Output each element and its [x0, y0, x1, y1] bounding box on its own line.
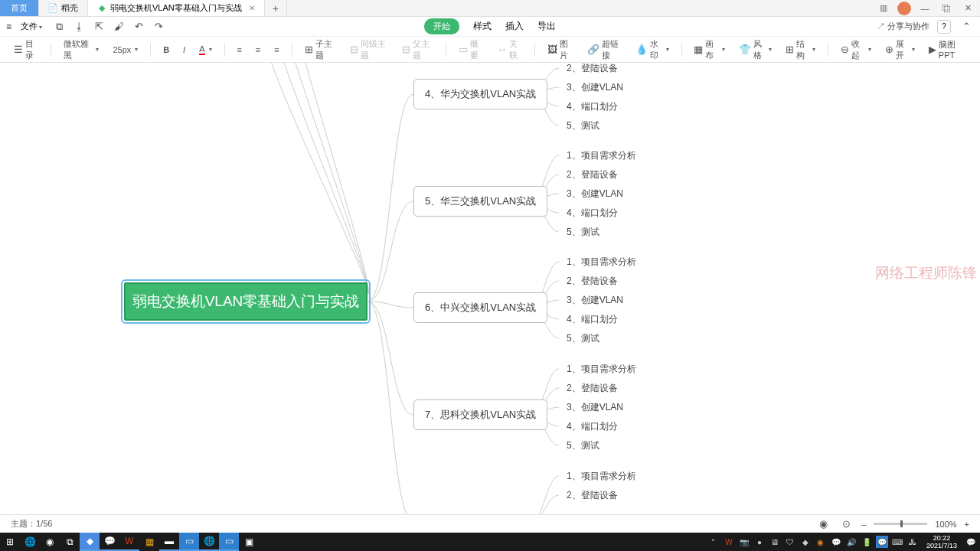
window-maximize-icon[interactable]: ⿻ — [939, 1, 954, 16]
subtopic-button[interactable]: ⊞子主题 — [302, 37, 339, 63]
taskbar-app4-icon[interactable]: ▭ — [219, 533, 239, 551]
bold-button[interactable]: B — [160, 44, 172, 56]
taskbar-chrome2-icon[interactable]: 🌐 — [199, 533, 219, 551]
collapse-button[interactable]: ⊖收起▾ — [838, 37, 874, 63]
tray-network-icon[interactable]: 🖧 — [906, 536, 919, 548]
leaf-node[interactable]: 2、登陆设备 — [567, 168, 618, 181]
leaf-node[interactable]: 3、创建VLAN — [567, 294, 623, 307]
font-color-button[interactable]: A▾ — [196, 43, 214, 57]
leaf-node[interactable]: 5、测试 — [567, 439, 599, 452]
leaf-node[interactable]: 2、登陆设备 — [567, 275, 618, 288]
leaf-node[interactable]: 5、测试 — [567, 226, 599, 239]
taskbar-app5-icon[interactable]: ▣ — [239, 533, 259, 551]
align-left-button[interactable]: ≡ — [234, 44, 244, 56]
copy-icon[interactable]: ⧉ — [51, 19, 67, 34]
leaf-node[interactable]: 3、创建VLAN — [567, 401, 623, 414]
taskbar-app2-icon[interactable]: ▦ — [139, 533, 159, 551]
tray-record-icon[interactable]: ● — [753, 536, 766, 548]
tray-notifications-icon[interactable]: 💬 — [965, 536, 977, 548]
tray-camera-icon[interactable]: 📷 — [738, 536, 750, 548]
collapse-ribbon-icon[interactable]: ⌃ — [959, 19, 974, 34]
leaf-node[interactable]: 4、端口划分 — [567, 420, 618, 433]
menu-export[interactable]: 导出 — [537, 20, 556, 33]
zoom-minus[interactable]: – — [861, 520, 866, 529]
tray-wechat-icon[interactable]: 💬 — [830, 536, 842, 548]
hamburger-icon[interactable]: ≡ — [6, 21, 11, 32]
format-painter-icon[interactable]: 🖌 — [111, 19, 126, 34]
taskbar-app3-icon[interactable]: ▭ — [179, 533, 199, 551]
branch-node[interactable]: 6、中兴交换机VLAN实战 — [413, 292, 547, 323]
leaf-node[interactable]: 1、项目需求分析 — [567, 256, 636, 269]
taskbar-taskview-icon[interactable]: ⧉ — [60, 533, 80, 551]
mindmap-canvas[interactable]: 弱电交换机VLAN零基础入门与实战 网络工程师陈锋 4、华为交换机VLAN实战2… — [0, 63, 980, 514]
tray-w-icon[interactable]: W — [723, 536, 735, 548]
central-node[interactable]: 弱电交换机VLAN零基础入门与实战 — [124, 282, 368, 321]
leaf-node[interactable]: 2、登陆设备 — [567, 489, 618, 502]
tray-battery-icon[interactable]: 🔋 — [861, 536, 873, 548]
branch-node[interactable]: 7、思科交换机VLAN实战 — [413, 399, 547, 430]
tray-volume-icon[interactable]: 🔊 — [845, 536, 858, 548]
font-family-select[interactable]: 微软雅黑▾ — [60, 37, 102, 63]
canvas-button[interactable]: ▦画布▾ — [691, 37, 727, 63]
hyperlink-button[interactable]: 🔗超链接 — [584, 37, 625, 63]
menu-start[interactable]: 开始 — [424, 18, 459, 34]
leaf-node[interactable]: 1、项目需求分析 — [567, 363, 636, 376]
align-center-button[interactable]: ≡ — [253, 44, 263, 56]
structure-button[interactable]: ⊞结构▾ — [782, 37, 818, 63]
tray-app-icon[interactable]: ◆ — [799, 536, 812, 548]
avatar[interactable] — [897, 2, 911, 15]
leaf-node[interactable]: 2、登陆设备 — [567, 63, 618, 75]
download-icon[interactable]: ⭳ — [71, 19, 87, 34]
leaf-node[interactable]: 5、测试 — [567, 119, 599, 132]
branch-node[interactable]: 4、华为交换机VLAN实战 — [413, 79, 547, 109]
tray-browser-icon[interactable]: ◉ — [815, 536, 827, 548]
new-tab-button[interactable]: + — [265, 0, 287, 16]
window-close-icon[interactable]: ✕ — [960, 1, 975, 16]
zoom-slider[interactable] — [874, 523, 927, 525]
undo-icon[interactable]: ↶ — [131, 19, 146, 34]
branch-node[interactable]: 5、华三交换机VLAN实战 — [413, 186, 547, 217]
watermark-button[interactable]: 💧水印▾ — [632, 37, 672, 63]
to-ppt-button[interactable]: ▶脑图PPT — [926, 37, 969, 61]
redo-icon[interactable]: ↷ — [151, 19, 166, 34]
leaf-node[interactable]: 3、创建VLAN — [567, 187, 623, 201]
theme-style-button[interactable]: 👕风格▾ — [736, 37, 776, 63]
zoom-plus[interactable]: + — [965, 520, 969, 529]
start-button[interactable]: ⊞ — [0, 533, 20, 551]
tray-monitor-icon[interactable]: 🖥 — [769, 536, 781, 548]
tray-keyboard-icon[interactable]: ⌨ — [891, 536, 903, 548]
menu-insert[interactable]: 插入 — [505, 20, 524, 33]
tab-document-1[interactable]: 📄稻壳 — [39, 0, 88, 16]
tray-msg-icon[interactable]: 💬 — [876, 536, 888, 548]
align-right-button[interactable]: ≡ — [271, 44, 282, 56]
leaf-node[interactable]: 4、端口划分 — [567, 100, 618, 113]
view-icon-2[interactable]: ⊙ — [838, 517, 854, 532]
window-layout-icon[interactable]: ▥ — [876, 1, 891, 16]
help-button[interactable]: ? — [937, 20, 951, 34]
leaf-node[interactable]: 4、端口划分 — [567, 207, 618, 220]
font-size-select[interactable]: 25px▾ — [109, 44, 141, 56]
tray-shield-icon[interactable]: 🛡 — [784, 536, 796, 548]
tab-document-2[interactable]: ◆弱电交换机VLAN零基础入门与实战✕ — [88, 0, 265, 16]
window-minimize-icon[interactable]: — — [917, 1, 933, 16]
taskbar-app-icon[interactable]: ◆ — [80, 533, 100, 551]
leaf-node[interactable]: 2、登陆设备 — [567, 382, 618, 395]
taskbar-wps-icon[interactable]: W — [119, 533, 139, 551]
leaf-node[interactable]: 1、项目需求分析 — [567, 149, 636, 162]
share-button[interactable]: ↗ 分享与协作 — [877, 21, 929, 32]
image-button[interactable]: 🖼图片 — [544, 37, 576, 63]
tray-up-icon[interactable]: ˄ — [707, 536, 720, 548]
clock[interactable]: 20:22 2021/7/13 — [922, 534, 962, 549]
leaf-node[interactable]: 1、项目需求分析 — [567, 470, 636, 483]
taskbar-terminal-icon[interactable]: ▬ — [159, 533, 179, 551]
taskbar-chrome-icon[interactable]: 🌐 — [20, 533, 40, 551]
leaf-node[interactable]: 5、测试 — [567, 332, 599, 345]
tab-close-icon[interactable]: ✕ — [249, 4, 255, 12]
italic-button[interactable]: I — [180, 44, 188, 56]
export-icon[interactable]: ⇱ — [91, 19, 106, 34]
expand-button[interactable]: ⊕展开▾ — [882, 37, 918, 63]
file-menu[interactable]: 文件▾ — [16, 19, 47, 34]
taskbar-wechat-icon[interactable]: 💬 — [100, 533, 119, 551]
tab-home[interactable]: 首页 — [0, 0, 39, 16]
leaf-node[interactable]: 4、端口划分 — [567, 313, 618, 326]
